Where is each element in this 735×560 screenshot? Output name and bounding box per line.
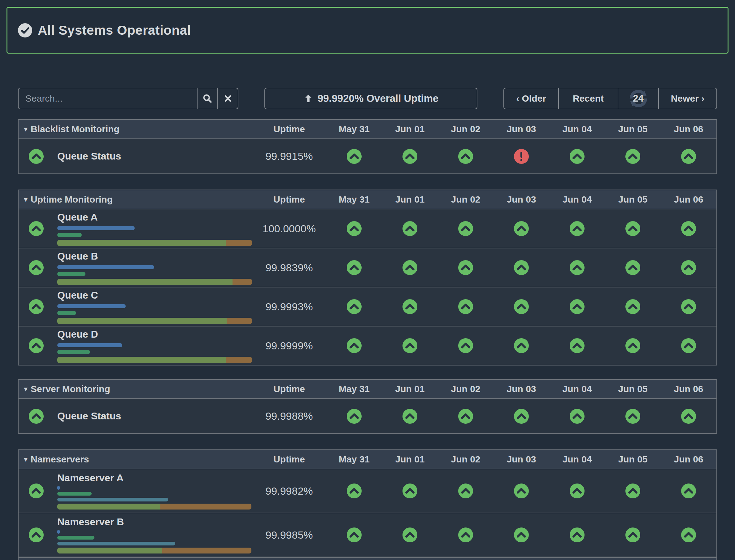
- day-status-up-icon: [438, 338, 493, 353]
- day-status-up-icon: [605, 221, 661, 236]
- monitor-name-cell: Queue Status: [19, 399, 252, 433]
- day-status-up-icon: [493, 527, 549, 542]
- monitor-name[interactable]: Nameserver A: [57, 472, 252, 484]
- stacked-bar-segment: [226, 357, 252, 363]
- monitor-name[interactable]: Queue A: [57, 212, 252, 223]
- response-time-bar: [57, 304, 126, 308]
- day-status-up-icon: [605, 409, 661, 424]
- section-title[interactable]: ▾Server Monitoring: [19, 384, 252, 394]
- stacked-bar-segment: [160, 504, 252, 510]
- stacked-bar-segment: [57, 504, 160, 510]
- stacked-bar-segment: [233, 279, 252, 285]
- column-date: Jun 05: [605, 124, 661, 134]
- overall-uptime-text: 99.9920% Overall Uptime: [318, 93, 439, 104]
- older-button[interactable]: ‹ Older: [504, 88, 558, 109]
- day-status-up-icon: [605, 299, 661, 314]
- recent-button[interactable]: Recent: [558, 88, 618, 109]
- column-date: Jun 02: [438, 194, 493, 205]
- monitor-status-up-icon: [29, 299, 44, 314]
- response-time-bar: [57, 498, 168, 501]
- day-status-up-icon: [493, 338, 549, 353]
- section-blacklist-monitoring: ▾Blacklist MonitoringUptimeMay 31Jun 01J…: [18, 119, 717, 174]
- section-header: ▾Server MonitoringUptimeMay 31Jun 01Jun …: [19, 380, 716, 399]
- day-status-up-icon: [326, 409, 382, 424]
- uptime-value: 99.9999%: [252, 340, 326, 352]
- monitor-status-up-icon: [29, 409, 44, 424]
- stacked-bar-segment: [57, 357, 226, 363]
- monitor-row: Queue A100.0000%: [19, 209, 716, 248]
- day-status-up-icon: [605, 149, 661, 164]
- monitor-name[interactable]: Queue D: [57, 329, 252, 340]
- clear-search-button[interactable]: [217, 88, 238, 109]
- monitor-status-up-icon: [29, 338, 44, 353]
- collapse-caret-icon: ▾: [24, 385, 28, 393]
- section-title[interactable]: ▾Uptime Monitoring: [19, 194, 252, 205]
- arrow-up-icon: [304, 94, 313, 103]
- column-date: Jun 03: [493, 194, 549, 205]
- monitor-name[interactable]: Queue C: [57, 290, 252, 301]
- response-time-bar: [57, 343, 122, 347]
- monitor-name-cell: Nameserver B: [19, 513, 252, 557]
- day-status-up-icon: [382, 527, 438, 542]
- section-header: ▾Uptime MonitoringUptimeMay 31Jun 01Jun …: [19, 190, 716, 209]
- uptime-value: 99.9839%: [252, 262, 326, 274]
- monitor-name-cell: Queue A: [19, 209, 252, 248]
- day-status-up-icon: [661, 338, 716, 353]
- section-server-monitoring: ▾Server MonitoringUptimeMay 31Jun 01Jun …: [18, 379, 717, 434]
- section-title[interactable]: ▾Nameservers: [19, 454, 252, 465]
- column-uptime: Uptime: [252, 384, 326, 394]
- monitor-name[interactable]: Queue Status: [57, 410, 252, 422]
- monitor-name[interactable]: Nameserver B: [57, 516, 252, 528]
- day-status-up-icon: [382, 260, 438, 275]
- day-status-up-icon: [605, 260, 661, 275]
- refresh-hours-badge: 24: [633, 93, 643, 104]
- section-title-text: Uptime Monitoring: [31, 194, 113, 205]
- uptime-value: 99.9985%: [252, 529, 326, 541]
- day-status-up-icon: [549, 483, 605, 498]
- day-status-up-icon: [549, 299, 605, 314]
- section-header: ▾NameserversUptimeMay 31Jun 01Jun 02Jun …: [19, 450, 716, 469]
- stacked-bar-segment: [57, 318, 227, 324]
- column-date: Jun 05: [605, 194, 661, 205]
- collapse-caret-icon: ▾: [24, 195, 28, 204]
- day-status-up-icon: [382, 149, 438, 164]
- column-date: Jun 04: [549, 124, 605, 134]
- day-status-up-icon: [326, 338, 382, 353]
- column-date: May 31: [326, 454, 382, 465]
- section-title-text: Server Monitoring: [31, 384, 110, 394]
- day-status-up-icon: [661, 527, 716, 542]
- day-status-up-icon: [382, 409, 438, 424]
- day-status-up-icon: [661, 299, 716, 314]
- status-banner: All Systems Operational: [7, 7, 728, 54]
- day-status-up-icon: [661, 260, 716, 275]
- day-status-up-icon: [326, 299, 382, 314]
- monitor-status-up-icon: [29, 527, 44, 542]
- monitor-name[interactable]: Queue Status: [57, 151, 252, 162]
- monitor-row: Nameserver B99.9985%: [19, 513, 716, 557]
- search-input[interactable]: [19, 88, 197, 109]
- response-time-bar: [57, 536, 94, 540]
- column-date: Jun 06: [661, 124, 716, 134]
- response-time-bar: [57, 542, 175, 545]
- day-status-up-icon: [549, 260, 605, 275]
- uptime-value: 99.9915%: [252, 150, 326, 162]
- monitor-name[interactable]: Queue B: [57, 251, 252, 262]
- refresh-button[interactable]: 24: [618, 88, 658, 109]
- column-date: Jun 03: [493, 124, 549, 134]
- stacked-bar-segment: [162, 548, 252, 553]
- column-date: Jun 01: [382, 454, 438, 465]
- search-button[interactable]: [197, 88, 217, 109]
- monitor-name-cell: Queue Status: [19, 139, 252, 173]
- column-date: Jun 04: [549, 454, 605, 465]
- partial-next-section: [18, 557, 717, 560]
- stacked-usage-bar: [57, 357, 252, 363]
- column-date: Jun 01: [382, 124, 438, 134]
- response-time-bar: [57, 311, 76, 315]
- column-uptime: Uptime: [252, 454, 326, 465]
- day-status-up-icon: [382, 483, 438, 498]
- newer-button[interactable]: Newer ›: [658, 88, 716, 109]
- section-title[interactable]: ▾Blacklist Monitoring: [19, 124, 252, 134]
- section-title-text: Nameservers: [31, 454, 89, 465]
- stacked-usage-bar: [57, 279, 252, 285]
- stacked-usage-bar: [57, 240, 252, 246]
